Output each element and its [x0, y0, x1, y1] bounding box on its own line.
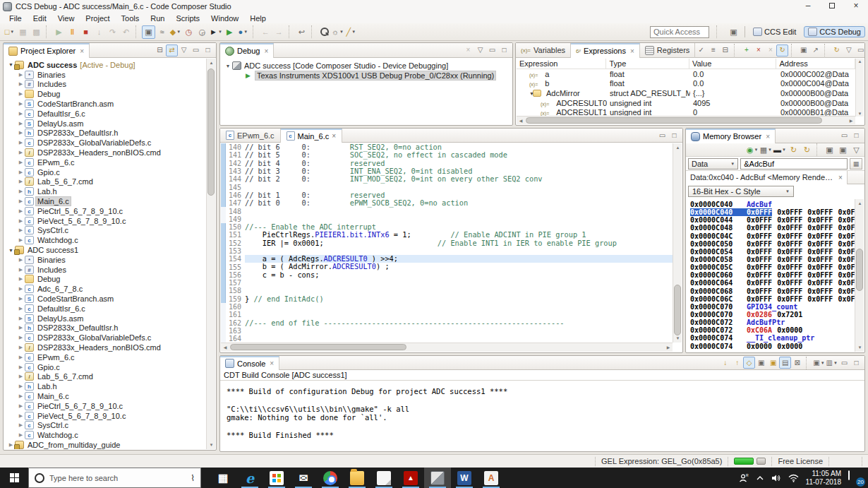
acrobat-button[interactable]: ▲ — [397, 468, 424, 488]
resume-button[interactable]: ▶ — [52, 25, 66, 39]
tree-expander-icon[interactable]: ▶ — [17, 72, 25, 78]
tree-expander-icon[interactable]: ▶ — [17, 413, 25, 419]
clear-console-button[interactable]: ⊠ — [791, 357, 803, 369]
project-explorer-scrollbar[interactable]: ▲ ▼ — [206, 59, 215, 449]
tree-expander-icon[interactable]: ▶ — [17, 267, 25, 273]
tree-expander-icon[interactable]: ▶ — [17, 140, 25, 145]
debug-tree-item[interactable]: ▶Texas Instruments XDS100v1 USB Debug Pr… — [221, 71, 512, 81]
tree-item[interactable]: ▶cGpio.c — [4, 167, 206, 177]
back-button[interactable]: ← — [259, 25, 272, 39]
memory-value[interactable]: 0x0FFF — [747, 232, 772, 240]
memory-value[interactable]: 0x0FFF — [777, 287, 802, 295]
tree-item[interactable]: ▶hDSP2833x_DefaultIsr.h — [4, 323, 206, 333]
display-selected-button[interactable]: ▥▼ — [826, 357, 838, 369]
tree-item[interactable]: ▶cEPwm_6.c — [4, 157, 206, 167]
tree-expander-icon[interactable]: ▶ — [17, 121, 25, 126]
tree-item[interactable]: ▶SCodeStartBranch.asm — [4, 294, 206, 304]
memory-row[interactable]: 0x0000C072AdcBufPtr — [690, 319, 855, 326]
memory-value[interactable]: 0x0FFF — [777, 263, 802, 271]
memory-chip-button[interactable]: ▬▼ — [773, 143, 787, 157]
tree-expander-icon[interactable]: ▶ — [17, 432, 25, 438]
tree-item[interactable]: ▶cPieVect_5_6_7_8_9_10.c — [4, 411, 206, 421]
tree-expander-icon[interactable]: ▼ — [526, 91, 533, 96]
memory-value[interactable]: 0x0FFF — [807, 224, 833, 232]
memory-value[interactable]: 0x0FFF — [777, 248, 802, 256]
memory-row[interactable]: 0x0000C06C0x0FFF0x0FFF0x0FFF0x0FFF — [690, 295, 855, 303]
tree-item[interactable]: ▶Debug — [4, 275, 206, 285]
flash-button[interactable]: ◆▼ — [169, 25, 182, 39]
close-icon[interactable]: × — [630, 47, 634, 55]
menu-project[interactable]: Project — [80, 14, 114, 23]
show-hidden-icons-button[interactable] — [756, 475, 764, 482]
tree-item[interactable]: ▶cDefaultIsr_6.c — [4, 109, 206, 119]
highlight-button[interactable]: ╱▼ — [344, 25, 358, 39]
maximize-button[interactable]: □ — [850, 130, 862, 142]
menu-edit[interactable]: Edit — [28, 14, 52, 23]
start-button[interactable] — [0, 468, 28, 488]
suspend-button[interactable]: ‖ — [66, 25, 79, 39]
memory-row[interactable]: 0x0000C0500x0FFF0x0FFF0x0FFF0x0FFF — [690, 240, 855, 248]
recalculate-button[interactable]: ↻ — [831, 44, 843, 56]
tree-expander-icon[interactable]: ▶ — [17, 403, 25, 409]
tree-item[interactable]: ▶Debug — [4, 89, 206, 99]
minimize-button[interactable]: ▭ — [855, 44, 867, 56]
tree-expander-icon[interactable]: ▶ — [17, 383, 25, 389]
expression-row[interactable]: ▼AdcMirrorstruct ADC_RESULT_MIRRO...{...… — [517, 88, 855, 98]
tree-item[interactable]: ▶/Lab_5_6_7.cmd — [4, 372, 206, 382]
new-button[interactable]: □▼ — [3, 25, 16, 39]
open-log-button[interactable]: ▣ — [767, 357, 779, 369]
tree-item[interactable]: ▶#Includes — [4, 265, 206, 275]
close-window-button[interactable]: × — [844, 0, 868, 13]
memory-row[interactable]: 0x0000C0400x0FFF0x0FFF0x0FFF0x0FFF — [690, 208, 855, 216]
code-line[interactable]: 156 c = b - cons; — [221, 271, 673, 279]
tree-expander-icon[interactable]: ▶ — [17, 130, 25, 136]
tree-item[interactable]: ▶cGpio.c — [4, 362, 206, 372]
memory-row[interactable]: 0x0000C070GPIO34_count — [690, 303, 855, 311]
memory-value[interactable]: 0x0FFF — [838, 216, 855, 224]
memory-row[interactable]: 0x0000C0640x0FFF0x0FFF0x0FFF0x0FFF — [690, 279, 855, 287]
expression-row[interactable]: (x)=bfloat0.00x0000C004@Data — [517, 79, 855, 89]
view-menu-button[interactable]: ▽ — [474, 44, 486, 56]
menu-file[interactable]: File — [4, 14, 27, 23]
column-expression[interactable]: Expression — [517, 59, 606, 69]
step-into-button[interactable]: ↓ — [92, 25, 106, 39]
tree-expander-icon[interactable]: ▶ — [17, 91, 25, 97]
tree-expander-icon[interactable]: ▶ — [17, 208, 25, 214]
tab-project-explorer[interactable]: Project Explorer × — [4, 43, 90, 58]
go-button[interactable]: ◉▼ — [746, 143, 759, 157]
tree-expander-icon[interactable]: ▶ — [17, 374, 25, 379]
clock[interactable]: 11:05 AM 11-07-2018 — [806, 470, 841, 487]
memory-value[interactable]: 0x0FFF — [747, 287, 772, 295]
column-type[interactable]: Type — [606, 59, 689, 69]
tree-expander-icon[interactable]: ▶ — [17, 150, 25, 155]
memory-value[interactable]: 0x0FFF — [777, 240, 802, 248]
scroll-up-icon[interactable]: ▲ — [855, 199, 864, 208]
previous-error-button[interactable]: ↑ — [731, 357, 743, 369]
tree-expander-icon[interactable]: ▶ — [17, 276, 25, 282]
tab-memory-rendering[interactable]: Data:0xc040 - AdcBuf <Memory Rendering 3… — [686, 171, 848, 184]
view-menu-button[interactable]: ▽ — [850, 143, 863, 157]
memory-row[interactable]: 0x0000C0580x0FFF0x0FFF0x0FFF0x0FFF — [690, 256, 855, 263]
tree-expander-icon[interactable]: ▶ — [17, 101, 25, 107]
scroll-right-icon[interactable]: ▶ — [847, 117, 855, 125]
memory-value[interactable]: 0x0FFF — [807, 240, 833, 248]
tree-item[interactable]: ▶cDSP2833x_GlobalVariableDefs.c — [4, 333, 206, 343]
tree-item[interactable]: ▶SDelayUs.asm — [4, 314, 206, 323]
show-type-names-button[interactable]: ✓ — [695, 44, 707, 56]
memory-value[interactable]: 0x0FFF — [747, 248, 772, 256]
menu-window[interactable]: Window — [206, 14, 243, 23]
tree-item[interactable]: ▶cWatchdog.c — [4, 235, 206, 245]
minimize-button[interactable]: ▭ — [190, 44, 202, 56]
tree-expander-icon[interactable]: ▶ — [17, 393, 25, 399]
reset-cpu-button[interactable]: ◷ — [182, 25, 195, 39]
tree-expander-icon[interactable]: ▶ — [17, 189, 25, 194]
tree-item[interactable]: ▶cEPwm_6.c — [4, 352, 206, 362]
tree-item[interactable]: ▶cPieCtrl_5_6_7_8_9_10.c — [4, 401, 206, 411]
memory-rows[interactable]: 0x0000C040AdcBuf0x0000C0400x0FFF0x0FFF0x… — [687, 199, 855, 352]
view-menu-button[interactable]: ▽ — [843, 44, 855, 56]
minimize-button[interactable]: ▭ — [486, 44, 498, 56]
tab-expressions[interactable]: 6ʸ Expressions × — [571, 43, 640, 58]
tab-main6c[interactable]: c Main_6.c × — [281, 129, 342, 143]
tree-item[interactable]: ▶cPieCtrl_5_6_7_8_9_10.c — [4, 206, 206, 216]
memory-value[interactable]: 0x0FFF — [747, 279, 772, 287]
